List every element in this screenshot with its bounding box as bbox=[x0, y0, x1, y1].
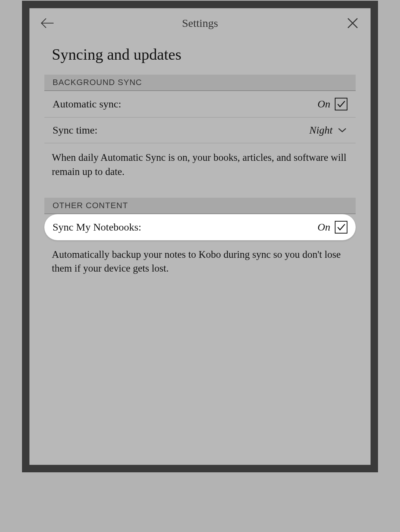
automatic-sync-label: Automatic sync: bbox=[53, 98, 121, 110]
sync-notebooks-row[interactable]: Sync My Notebooks: On bbox=[44, 214, 356, 240]
section-header-other-content: OTHER CONTENT bbox=[44, 198, 356, 214]
sync-time-label: Sync time: bbox=[53, 124, 98, 136]
sync-notebooks-value: On bbox=[318, 221, 330, 233]
sync-time-value: Night bbox=[309, 124, 333, 136]
back-button[interactable] bbox=[40, 16, 55, 31]
automatic-sync-checkbox[interactable] bbox=[335, 98, 347, 110]
background-sync-description: When daily Automatic Sync is on, your bo… bbox=[29, 143, 371, 194]
other-content-description: Automatically backup your notes to Kobo … bbox=[29, 240, 371, 291]
sync-notebooks-checkbox[interactable] bbox=[335, 221, 347, 234]
automatic-sync-row[interactable]: Automatic sync: On bbox=[44, 91, 356, 118]
sync-time-row[interactable]: Sync time: Night bbox=[44, 118, 356, 143]
page-title: Syncing and updates bbox=[29, 38, 371, 75]
section-header-background-sync: BACKGROUND SYNC bbox=[44, 75, 356, 91]
header-title: Settings bbox=[182, 17, 218, 29]
checkmark-icon bbox=[336, 99, 346, 109]
checkmark-icon bbox=[336, 222, 346, 232]
sync-notebooks-label: Sync My Notebooks: bbox=[53, 221, 141, 233]
settings-header: Settings bbox=[29, 8, 371, 38]
sync-time-dropdown[interactable] bbox=[337, 125, 347, 135]
close-button[interactable] bbox=[345, 16, 360, 31]
automatic-sync-value: On bbox=[318, 98, 330, 110]
chevron-down-icon bbox=[338, 128, 347, 133]
